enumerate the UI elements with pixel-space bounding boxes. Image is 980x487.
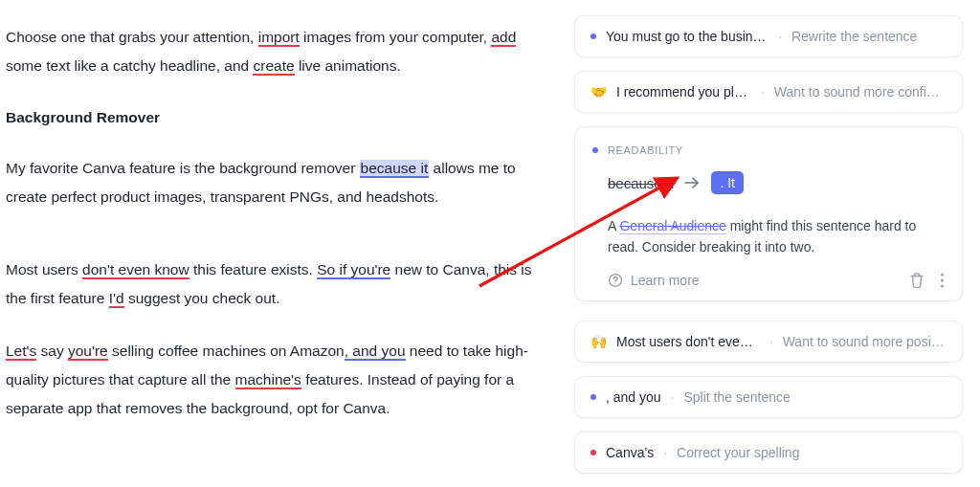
svg-point-4 (941, 284, 944, 287)
category-dot-icon (590, 450, 596, 455)
text: this feature exists. (189, 261, 318, 277)
suggestion-card[interactable]: You must go to the business car… · Rewri… (574, 15, 963, 57)
flag-so-if-youre[interactable]: So if you're (317, 261, 390, 279)
separator: · (769, 334, 773, 349)
flag-create[interactable]: create (253, 57, 294, 76)
suggestion-card[interactable]: Canva's · Correct your spelling (574, 432, 963, 474)
trash-icon[interactable] (909, 272, 924, 289)
category-dot-icon (592, 147, 598, 153)
suggestion-hint: Split the sentence (684, 389, 791, 405)
text: selling coffee machines on Amazon (108, 343, 345, 359)
svg-point-1 (614, 283, 615, 284)
paragraph: Let's say you're selling coffee machines… (6, 337, 549, 424)
suggestion-hint: Want to sound more confident? (774, 84, 947, 100)
suggestion-title: , and you (606, 389, 661, 405)
suggestion-title: Canva's (606, 445, 654, 460)
help-icon (608, 273, 623, 288)
flag-id[interactable]: I'd (109, 290, 124, 308)
original-text: because it (608, 175, 673, 191)
paragraph: My favorite Canva feature is the backgro… (6, 154, 549, 211)
suggestion-hint: Want to sound more positive? (783, 334, 947, 349)
flag-add[interactable]: add (491, 29, 516, 47)
svg-point-2 (941, 273, 944, 276)
flag-and-you[interactable]: , and you (345, 343, 406, 361)
category-dot-icon (590, 394, 596, 400)
text: live animations. (295, 57, 401, 74)
separator: · (778, 29, 782, 44)
arrow-right-icon (684, 176, 700, 189)
suggestion-card[interactable]: , and you · Split the sentence (574, 376, 963, 418)
suggestion-hint: Rewrite the sentence (791, 29, 918, 44)
text: My favorite Canva feature is the backgro… (6, 160, 360, 176)
flag-dont-even-know[interactable]: don't even know (82, 261, 189, 279)
suggestion-category: READABILITY (608, 144, 683, 156)
flag-machines[interactable]: machine's (235, 371, 301, 389)
handshake-icon: 🤝 (590, 85, 607, 99)
text: say (36, 343, 68, 359)
raised-hands-icon: 🙌 (590, 335, 607, 348)
suggestion-hint: Correct your spelling (677, 445, 799, 460)
audience-link[interactable]: General Audience (619, 218, 725, 234)
separator: · (663, 445, 667, 460)
suggestion-card[interactable]: 🙌 Most users don't even k… · Want to sou… (574, 321, 963, 363)
suggestion-card-expanded[interactable]: READABILITY because it . It A General Au… (574, 126, 963, 301)
text: images from your computer, (300, 29, 492, 45)
suggestion-explanation: A General Audience might find this sente… (608, 215, 945, 258)
flag-because-it[interactable]: because it (360, 160, 430, 178)
suggestions-panel: You must go to the business car… · Rewri… (565, 0, 978, 487)
suggestion-title: You must go to the business car… (606, 29, 768, 44)
text: some text like a catchy headline, and (6, 57, 253, 74)
paragraph: Most users don't even know this feature … (6, 255, 549, 313)
separator: · (671, 389, 675, 405)
more-icon[interactable] (940, 272, 945, 289)
replacement-chip[interactable]: . It (711, 171, 744, 194)
separator: · (761, 84, 765, 100)
svg-point-3 (941, 278, 944, 281)
text: Most users (6, 261, 82, 277)
learn-more-link[interactable]: Learn more (631, 273, 700, 288)
suggestion-title: Most users don't even k… (616, 334, 760, 349)
paragraph: Choose one that grabs your attention, im… (6, 23, 549, 80)
text: Choose one that grabs your attention, (6, 29, 258, 45)
category-dot-icon (590, 33, 596, 39)
flag-lets[interactable]: Let's (6, 343, 36, 361)
suggestion-title: I recommend you play… (616, 84, 751, 100)
text: suggest you check out. (124, 290, 280, 306)
suggestion-card[interactable]: 🤝 I recommend you play… · Want to sound … (574, 71, 963, 113)
flag-import[interactable]: import (258, 29, 300, 47)
flag-youre[interactable]: you're (68, 343, 108, 361)
heading-background-remover: Background Remover (6, 103, 549, 132)
document-editor[interactable]: Choose one that grabs your attention, im… (0, 0, 565, 487)
